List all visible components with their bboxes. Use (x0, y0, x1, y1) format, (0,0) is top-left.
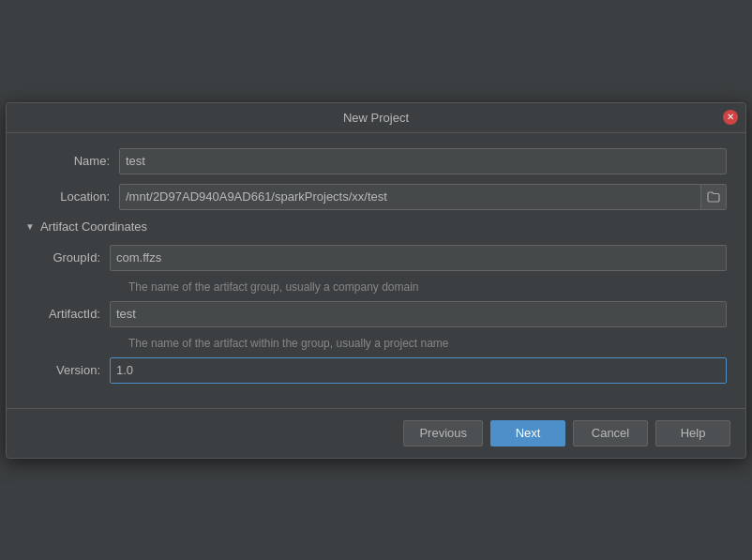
section-title: Artifact Coordinates (40, 219, 147, 234)
artifactid-input[interactable] (110, 301, 727, 327)
groupid-hint: The name of the artifact group, usually … (128, 280, 727, 294)
artifactid-label: ArtifactId: (35, 307, 110, 321)
version-input[interactable] (110, 357, 727, 384)
next-button[interactable]: Next (490, 420, 565, 446)
help-button[interactable]: Help (655, 420, 730, 446)
folder-icon (707, 191, 720, 203)
name-row: Name: (25, 148, 727, 174)
location-input[interactable] (120, 186, 700, 207)
title-bar: New Project ✕ (7, 103, 745, 133)
browse-button[interactable] (700, 185, 726, 209)
groupid-input[interactable] (110, 245, 727, 271)
name-input[interactable] (119, 148, 727, 174)
close-icon: ✕ (727, 113, 734, 122)
close-button[interactable]: ✕ (723, 110, 738, 125)
previous-button[interactable]: Previous (403, 420, 483, 446)
version-label: Version: (35, 363, 110, 377)
new-project-dialog: New Project ✕ Name: Location: ▼ (6, 102, 746, 459)
location-label: Location: (25, 189, 119, 204)
artifactid-hint: The name of the artifact within the grou… (128, 337, 727, 350)
version-row: Version: (35, 357, 727, 384)
dialog-content: Name: Location: ▼ Artifact Coordinates (7, 133, 745, 408)
dialog-title: New Project (343, 111, 409, 125)
collapse-arrow[interactable]: ▼ (25, 221, 35, 232)
name-label: Name: (25, 154, 119, 168)
groupid-label: GroupId: (35, 250, 110, 265)
artifact-coordinates-content: GroupId: The name of the artifact group,… (25, 245, 727, 384)
artifact-coordinates-section: ▼ Artifact Coordinates (25, 219, 727, 234)
location-input-wrap (119, 184, 727, 210)
dialog-footer: Previous Next Cancel Help (7, 408, 745, 458)
artifactid-row: ArtifactId: (35, 301, 727, 327)
cancel-button[interactable]: Cancel (573, 420, 648, 446)
groupid-row: GroupId: (35, 245, 727, 271)
location-row: Location: (25, 184, 727, 210)
